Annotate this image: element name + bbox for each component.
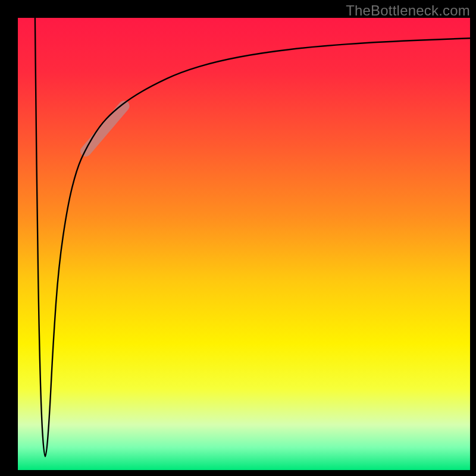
watermark-text: TheBottleneck.com — [346, 2, 470, 19]
plot-background — [18, 18, 470, 470]
chart-container: TheBottleneck.com — [0, 0, 476, 476]
bottleneck-chart — [0, 0, 476, 476]
